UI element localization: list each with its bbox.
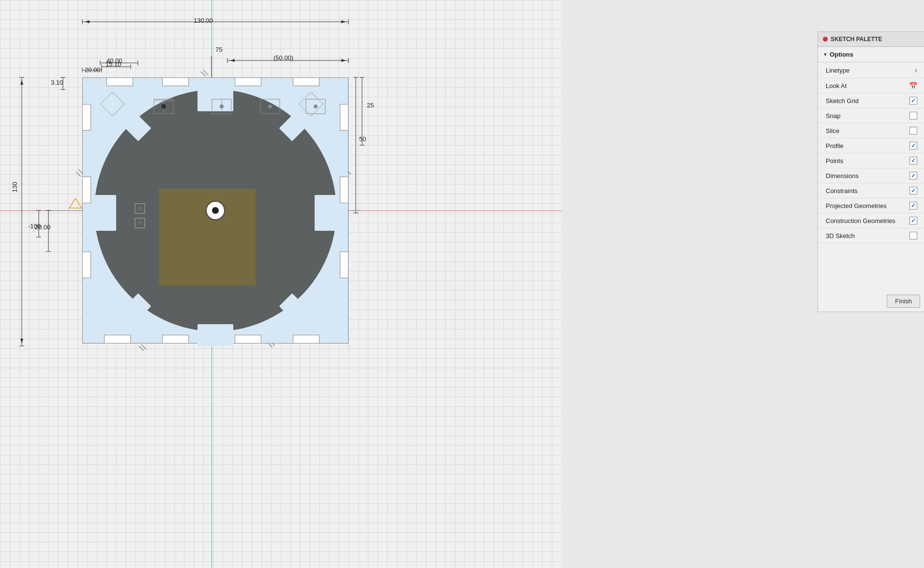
edge-slot-top-1 — [106, 77, 133, 86]
dimensions-checkbox[interactable] — [909, 172, 917, 179]
palette-row-sketchgrid: Sketch Grid — [818, 93, 924, 108]
palette-options-header[interactable]: ▼ Options — [818, 47, 924, 62]
move-icon-left2[interactable]: ⇱ — [135, 218, 145, 228]
palette-row-points: Points — [818, 153, 924, 168]
edge-slot-right-1 — [340, 104, 348, 131]
palette-header: SKETCH PALETTE — [818, 32, 924, 47]
3dsketch-checkbox[interactable] — [909, 232, 917, 239]
points-checkbox[interactable] — [909, 157, 917, 164]
linetype-label: Linetype — [826, 67, 849, 74]
dim-20-bottom-label: 20.00 — [35, 224, 51, 231]
dim-130-side-label: 130 — [11, 182, 18, 193]
sketch-palette: SKETCH PALETTE ▼ Options Linetype ‹ Look… — [818, 31, 924, 312]
move-icon-left[interactable]: ⇱ — [135, 203, 145, 214]
lookat-label: Look At — [826, 82, 847, 90]
constructiongeo-checkbox[interactable] — [909, 217, 917, 224]
notch-left — [94, 195, 116, 231]
slice-checkbox[interactable] — [909, 127, 917, 135]
edge-slot-bot-4 — [293, 335, 319, 344]
edge-slot-top-2 — [162, 77, 189, 86]
dim-75-label: 75 — [215, 46, 222, 53]
svg-marker-36 — [20, 339, 23, 344]
edge-slot-right-2 — [340, 177, 348, 203]
palette-row-profile: Profile — [818, 138, 924, 153]
snap-checkbox[interactable] — [909, 112, 917, 120]
palette-row-snap: Snap — [818, 108, 924, 123]
sketch-container: ⇱ ⇱ — [77, 27, 348, 356]
sketchgrid-label: Sketch Grid — [826, 97, 859, 105]
notch-bottom — [197, 324, 233, 346]
edge-slot-left-2 — [82, 177, 91, 203]
dim-25-label: 25 — [367, 102, 374, 109]
constraints-label: Constraints — [826, 187, 858, 194]
canvas-area: ⇱ ⇱ 130.00 40.00 20.0 — [0, 0, 561, 568]
dim-50-side-label: 50 — [359, 135, 366, 143]
palette-row-linetype: Linetype ‹ — [818, 62, 924, 78]
constructiongeo-label: Construction Geometries — [826, 217, 895, 224]
palette-row-dimensions: Dimensions — [818, 168, 924, 183]
center-rectangle — [159, 189, 256, 285]
svg-marker-35 — [20, 80, 23, 85]
dim-1510-label: 15.10 — [106, 60, 121, 68]
slice-label: Slice — [826, 127, 839, 135]
profile-checkbox[interactable] — [909, 142, 917, 149]
3dsketch-label: 3D Sketch — [826, 232, 855, 239]
edge-slot-bot-3 — [235, 335, 261, 344]
finish-button[interactable]: Finish — [887, 295, 920, 308]
center-dot — [212, 207, 219, 214]
projectedgeo-label: Projected Geometries — [826, 202, 887, 209]
profile-label: Profile — [826, 142, 844, 149]
dim-50-paren-label: (50.00) — [273, 54, 293, 61]
edge-slot-left-1 — [82, 104, 91, 131]
edge-slot-right-3 — [340, 252, 348, 278]
palette-row-projectedgeo: Projected Geometries — [818, 198, 924, 213]
notch-right — [315, 195, 336, 231]
projectedgeo-checkbox[interactable] — [909, 202, 917, 209]
constraints-checkbox[interactable] — [909, 187, 917, 194]
palette-row-lookat: Look At 📅 — [818, 78, 924, 93]
dim-130-top-label: 130.00 — [194, 17, 213, 24]
svg-marker-6 — [85, 20, 90, 23]
svg-marker-7 — [341, 20, 346, 23]
palette-header-dot — [823, 37, 828, 42]
sketchgrid-checkbox[interactable] — [909, 97, 917, 105]
palette-row-slice: Slice — [818, 123, 924, 138]
edge-slot-left-3 — [82, 252, 91, 278]
dim-20-left-label: 20.00 — [85, 66, 101, 74]
palette-row-constraints: Constraints — [818, 183, 924, 198]
linetype-icon[interactable]: ‹ — [915, 66, 917, 75]
palette-row-constructiongeo: Construction Geometries — [818, 213, 924, 228]
palette-row-3dsketch: 3D Sketch — [818, 228, 924, 243]
lookat-icon[interactable]: 📅 — [909, 82, 917, 90]
notch-top — [197, 90, 233, 111]
edge-slot-top-4 — [293, 77, 319, 86]
snap-label: Snap — [826, 112, 840, 120]
edge-slot-top-3 — [235, 77, 261, 86]
points-label: Points — [826, 157, 843, 164]
edge-slot-bot-1 — [104, 335, 131, 344]
options-label: Options — [830, 51, 853, 58]
dim-310-label: 3.10 — [51, 79, 63, 86]
palette-title: SKETCH PALETTE — [831, 36, 882, 43]
dimensions-label: Dimensions — [826, 172, 859, 179]
chevron-down-icon: ▼ — [823, 52, 828, 57]
edge-slot-bot-2 — [162, 335, 189, 344]
